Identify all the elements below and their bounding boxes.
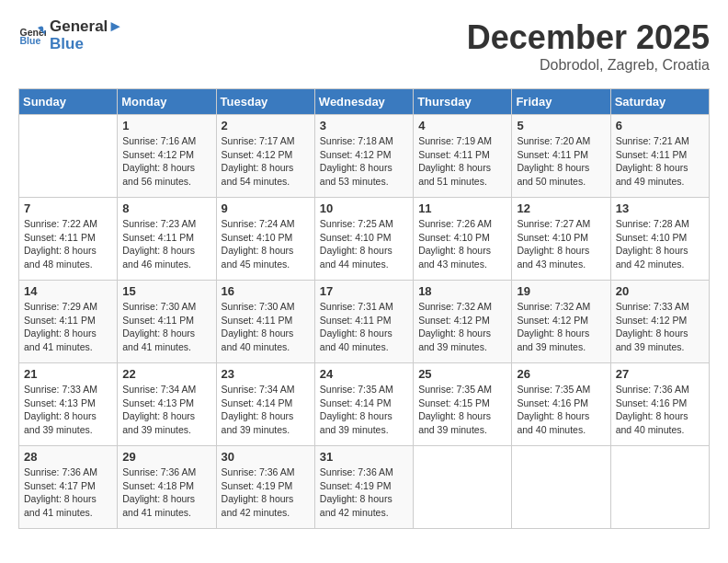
sunset-text: Sunset: 4:10 PM (517, 231, 605, 245)
sunset-text: Sunset: 4:12 PM (517, 314, 605, 327)
calendar-cell: 6 Sunrise: 7:21 AM Sunset: 4:11 PM Dayli… (610, 115, 709, 198)
calendar-cell: 16 Sunrise: 7:30 AM Sunset: 4:11 PM Dayl… (216, 281, 314, 363)
day-number: 2 (222, 119, 310, 132)
daylight-text: Daylight: 8 hours and 40 minutes. (222, 327, 310, 353)
sunrise-text: Sunrise: 7:33 AM (24, 383, 112, 396)
weekday-header-friday: Friday (512, 89, 610, 115)
weekday-header-tuesday: Tuesday (216, 89, 314, 115)
day-number: 5 (517, 119, 605, 132)
calendar-cell: 17 Sunrise: 7:31 AM Sunset: 4:11 PM Dayl… (314, 281, 413, 363)
daylight-text: Daylight: 8 hours and 42 minutes. (320, 492, 408, 519)
sunset-text: Sunset: 4:12 PM (122, 148, 210, 162)
day-info: Sunrise: 7:36 AM Sunset: 4:19 PM Dayligh… (320, 465, 408, 520)
day-number: 11 (418, 201, 506, 215)
day-number: 29 (122, 450, 210, 464)
daylight-text: Daylight: 8 hours and 40 minutes. (616, 409, 704, 436)
logo: General Blue General► Blue (18, 18, 123, 52)
calendar-cell: 13 Sunrise: 7:28 AM Sunset: 4:10 PM Dayl… (610, 198, 709, 281)
calendar-cell: 30 Sunrise: 7:36 AM Sunset: 4:19 PM Dayl… (216, 446, 314, 529)
weekday-header-monday: Monday (118, 89, 216, 115)
logo-blue-text: Blue (50, 36, 123, 53)
calendar-cell: 5 Sunrise: 7:20 AM Sunset: 4:11 PM Dayli… (512, 115, 610, 198)
day-number: 8 (122, 201, 210, 215)
day-info: Sunrise: 7:34 AM Sunset: 4:13 PM Dayligh… (122, 383, 210, 437)
weekday-header-thursday: Thursday (414, 89, 512, 115)
daylight-text: Daylight: 8 hours and 41 minutes. (122, 492, 210, 519)
day-number: 9 (222, 201, 310, 215)
sunrise-text: Sunrise: 7:33 AM (616, 300, 704, 314)
sunset-text: Sunset: 4:17 PM (24, 479, 112, 493)
calendar-table: SundayMondayTuesdayWednesdayThursdayFrid… (18, 88, 710, 529)
page-header: General Blue General► Blue December 2025… (18, 18, 710, 74)
sunset-text: Sunset: 4:11 PM (122, 231, 210, 245)
daylight-text: Daylight: 8 hours and 49 minutes. (616, 161, 704, 188)
sunset-text: Sunset: 4:18 PM (122, 479, 210, 493)
day-number: 20 (616, 284, 704, 298)
day-number: 3 (320, 119, 408, 132)
calendar-cell: 23 Sunrise: 7:34 AM Sunset: 4:14 PM Dayl… (216, 363, 314, 446)
calendar-cell: 7 Sunrise: 7:22 AM Sunset: 4:11 PM Dayli… (19, 198, 118, 281)
day-number: 18 (418, 284, 506, 298)
day-info: Sunrise: 7:30 AM Sunset: 4:11 PM Dayligh… (122, 300, 210, 354)
daylight-text: Daylight: 8 hours and 51 minutes. (418, 161, 506, 188)
day-info: Sunrise: 7:34 AM Sunset: 4:14 PM Dayligh… (222, 383, 310, 437)
daylight-text: Daylight: 8 hours and 42 minutes. (616, 244, 704, 270)
calendar-week-row: 7 Sunrise: 7:22 AM Sunset: 4:11 PM Dayli… (19, 198, 710, 281)
day-info: Sunrise: 7:27 AM Sunset: 4:10 PM Dayligh… (517, 217, 605, 271)
day-info: Sunrise: 7:23 AM Sunset: 4:11 PM Dayligh… (122, 217, 210, 271)
day-number: 17 (320, 284, 408, 298)
calendar-cell: 26 Sunrise: 7:35 AM Sunset: 4:16 PM Dayl… (512, 363, 610, 446)
sunrise-text: Sunrise: 7:30 AM (222, 300, 310, 314)
sunrise-text: Sunrise: 7:16 AM (122, 134, 210, 148)
day-number: 27 (616, 367, 704, 381)
calendar-cell: 12 Sunrise: 7:27 AM Sunset: 4:10 PM Dayl… (512, 198, 610, 281)
sunrise-text: Sunrise: 7:22 AM (24, 217, 112, 231)
weekday-header-saturday: Saturday (610, 89, 709, 115)
day-number: 15 (122, 284, 210, 298)
day-number: 25 (418, 367, 506, 381)
day-info: Sunrise: 7:19 AM Sunset: 4:11 PM Dayligh… (418, 134, 506, 189)
calendar-cell: 10 Sunrise: 7:25 AM Sunset: 4:10 PM Dayl… (314, 198, 413, 281)
daylight-text: Daylight: 8 hours and 39 minutes. (122, 409, 210, 436)
sunrise-text: Sunrise: 7:34 AM (122, 383, 210, 396)
calendar-cell: 18 Sunrise: 7:32 AM Sunset: 4:12 PM Dayl… (414, 281, 512, 363)
sunrise-text: Sunrise: 7:28 AM (616, 217, 704, 231)
title-block: December 2025 Dobrodol, Zagreb, Croatia (467, 18, 710, 74)
day-info: Sunrise: 7:31 AM Sunset: 4:11 PM Dayligh… (320, 300, 408, 354)
day-info: Sunrise: 7:33 AM Sunset: 4:12 PM Dayligh… (616, 300, 704, 354)
weekday-header-row: SundayMondayTuesdayWednesdayThursdayFrid… (19, 89, 710, 115)
daylight-text: Daylight: 8 hours and 54 minutes. (222, 161, 310, 188)
daylight-text: Daylight: 8 hours and 41 minutes. (24, 327, 112, 353)
sunrise-text: Sunrise: 7:21 AM (616, 134, 704, 148)
day-info: Sunrise: 7:36 AM Sunset: 4:16 PM Dayligh… (616, 383, 704, 437)
day-info: Sunrise: 7:30 AM Sunset: 4:11 PM Dayligh… (222, 300, 310, 354)
calendar-week-row: 28 Sunrise: 7:36 AM Sunset: 4:17 PM Dayl… (19, 446, 710, 529)
calendar-cell: 22 Sunrise: 7:34 AM Sunset: 4:13 PM Dayl… (118, 363, 216, 446)
sunset-text: Sunset: 4:10 PM (418, 231, 506, 245)
day-number: 13 (616, 201, 704, 215)
day-number: 6 (616, 119, 704, 132)
daylight-text: Daylight: 8 hours and 39 minutes. (616, 327, 704, 353)
calendar-cell: 8 Sunrise: 7:23 AM Sunset: 4:11 PM Dayli… (118, 198, 216, 281)
daylight-text: Daylight: 8 hours and 39 minutes. (418, 327, 506, 353)
sunset-text: Sunset: 4:16 PM (616, 396, 704, 410)
sunset-text: Sunset: 4:11 PM (616, 148, 704, 162)
sunrise-text: Sunrise: 7:25 AM (320, 217, 408, 231)
daylight-text: Daylight: 8 hours and 56 minutes. (122, 161, 210, 188)
day-number: 14 (24, 284, 112, 298)
day-info: Sunrise: 7:36 AM Sunset: 4:19 PM Dayligh… (222, 465, 310, 520)
sunrise-text: Sunrise: 7:35 AM (418, 383, 506, 396)
daylight-text: Daylight: 8 hours and 39 minutes. (320, 409, 408, 436)
calendar-cell (512, 446, 610, 529)
daylight-text: Daylight: 8 hours and 39 minutes. (222, 409, 310, 436)
calendar-cell: 27 Sunrise: 7:36 AM Sunset: 4:16 PM Dayl… (610, 363, 709, 446)
daylight-text: Daylight: 8 hours and 40 minutes. (320, 327, 408, 353)
day-info: Sunrise: 7:36 AM Sunset: 4:17 PM Dayligh… (24, 465, 112, 520)
sunset-text: Sunset: 4:19 PM (320, 479, 408, 493)
sunrise-text: Sunrise: 7:36 AM (122, 465, 210, 479)
day-info: Sunrise: 7:35 AM Sunset: 4:16 PM Dayligh… (517, 383, 605, 437)
daylight-text: Daylight: 8 hours and 45 minutes. (222, 244, 310, 270)
calendar-cell: 15 Sunrise: 7:30 AM Sunset: 4:11 PM Dayl… (118, 281, 216, 363)
calendar-cell (414, 446, 512, 529)
day-info: Sunrise: 7:35 AM Sunset: 4:15 PM Dayligh… (418, 383, 506, 437)
